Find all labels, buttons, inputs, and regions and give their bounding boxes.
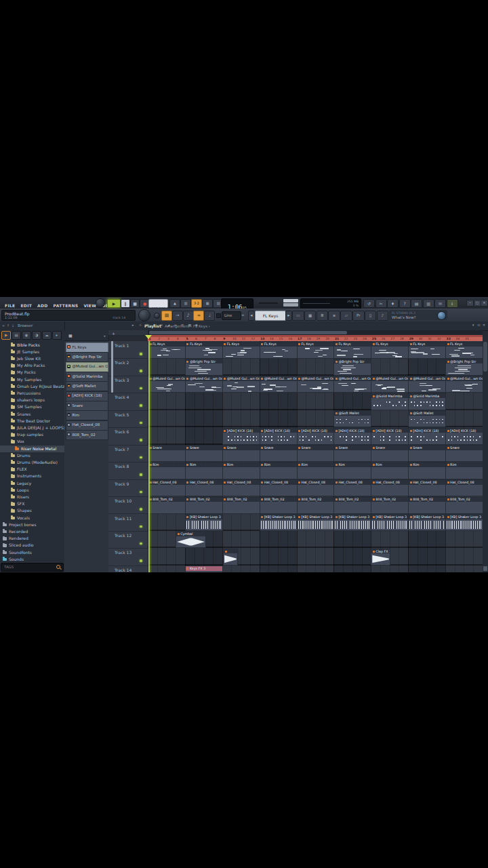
typing-to-piano-icon[interactable]: ▤ xyxy=(161,311,172,321)
clip-midi[interactable]: Snare xyxy=(445,445,483,462)
minimize-button[interactable]: ─ xyxy=(466,300,474,307)
track-lane[interactable]: [KB] Shaker Loop 3[KB] Shaker Loop 3[KB]… xyxy=(148,514,483,531)
clip-midi[interactable]: @Solid Marimba xyxy=(408,393,446,410)
track-mute-led[interactable] xyxy=(140,353,142,355)
clip-midi[interactable]: Snare xyxy=(260,445,298,462)
clip-midi[interactable]: [ADH] KICK (18) xyxy=(445,428,483,445)
track-mute-led[interactable] xyxy=(140,473,142,476)
clip-audio[interactable]: [KB] Shaker Loop 3 xyxy=(260,514,298,531)
clip-midi[interactable]: @Muted Gui...wn Oct G7 xyxy=(297,376,335,393)
browser-item[interactable]: trap samples xyxy=(0,432,64,439)
scroll-down-icon[interactable]: ↓ xyxy=(12,323,14,328)
track-lane[interactable]: Hat_Closed_08Hat_Closed_08Hat_Closed_08H… xyxy=(148,479,483,496)
browser-item[interactable]: My Afro Packs xyxy=(0,363,64,370)
browser-item[interactable]: The Beat Doctor xyxy=(0,418,64,425)
close-button[interactable]: ✕ xyxy=(481,300,488,307)
track-mute-led[interactable] xyxy=(140,542,142,545)
clip-midi[interactable]: @Solid Marimba xyxy=(371,393,409,410)
browser-item[interactable]: Shapes xyxy=(0,508,64,515)
track-lane[interactable]: FL KeysFL KeysFL KeysFL KeysFL KeysFL Ke… xyxy=(148,341,483,358)
clip-midi[interactable]: FL Keys xyxy=(148,342,186,359)
add-track-button[interactable]: + xyxy=(112,331,115,336)
clip-midi[interactable]: Rim xyxy=(222,462,260,479)
metronome-icon[interactable]: ♩ xyxy=(204,311,215,321)
browser-item[interactable]: Loops xyxy=(0,487,64,494)
track-header[interactable]: Track 4 xyxy=(108,393,148,410)
clip-midi[interactable]: FL Keys xyxy=(260,342,298,359)
browser-item[interactable]: JE Samples xyxy=(0,349,64,355)
nudge-slider[interactable] xyxy=(259,302,278,304)
track-header[interactable]: Track 2 xyxy=(108,358,148,376)
pause-button[interactable]: ‖ xyxy=(121,299,130,308)
browser-item[interactable]: Rendered xyxy=(0,536,64,542)
time-display[interactable]: 1:0605 xyxy=(221,298,253,309)
clip-midi[interactable]: [ADH] KICK (18) xyxy=(333,428,371,445)
browser-item[interactable]: Sliced audio xyxy=(0,542,64,549)
pattern-item[interactable]: FL Keys xyxy=(66,342,108,353)
mic-icon[interactable]: ♦ xyxy=(387,299,399,308)
clip-midi[interactable]: Rim xyxy=(408,462,446,479)
clip-midi[interactable]: Hat_Closed_08 xyxy=(445,479,483,496)
pattern-item[interactable]: 808_Tom_02 xyxy=(66,430,108,440)
track-mute-led[interactable] xyxy=(140,422,142,425)
clip-midi[interactable]: @Muted Gui...wn Oct G7 xyxy=(408,376,446,393)
browser-item[interactable]: FLEX xyxy=(0,467,64,473)
clip-midi[interactable]: FL Keys xyxy=(408,342,446,359)
project-info-icon[interactable]: ▯ xyxy=(365,311,377,321)
channel-rack-icon[interactable]: ≣ xyxy=(317,311,329,321)
track-header[interactable]: Track 9 xyxy=(108,479,148,497)
track-lane[interactable]: Cymbal xyxy=(148,531,483,548)
clip-audio[interactable]: [KB] Shaker Loop 3 xyxy=(408,514,446,531)
clip-midi[interactable]: FL Keys xyxy=(185,342,223,359)
download-icon[interactable]: ⇓ xyxy=(447,299,458,308)
clip-midi[interactable]: @Muted Gui...wn Oct G7 xyxy=(333,376,371,393)
typing-keyboard-icon[interactable]: ▥ xyxy=(423,299,434,308)
chat-icon[interactable]: ✉ xyxy=(434,299,446,308)
clip-midi[interactable]: @Muted Gui...wn Oct G7 xyxy=(445,376,483,393)
picker-collapse-icon[interactable]: ▸ xyxy=(104,334,106,338)
horizontal-scroll-thumb[interactable] xyxy=(149,331,347,334)
clip-midi[interactable]: Hat_Closed_08 xyxy=(333,479,371,496)
track-header[interactable]: Track 8 xyxy=(108,462,148,479)
track-mute-led[interactable] xyxy=(140,456,142,459)
multilink-icon[interactable]: ♪ xyxy=(183,311,194,321)
clip-midi[interactable]: Snare xyxy=(333,445,371,462)
maximize-button[interactable]: □ xyxy=(474,300,481,307)
browser-item[interactable]: Soundfonts xyxy=(0,549,64,556)
clip-audio[interactable]: [KB] Shaker Loop 3 xyxy=(185,514,223,531)
playlist-maximize-icon[interactable]: ⊡ xyxy=(478,323,481,327)
countdown-icon[interactable]: 3·2 xyxy=(191,299,202,308)
channel-prev-icon[interactable]: ◂ xyxy=(248,311,255,321)
clip-midi[interactable]: [ADH] KICK (18) xyxy=(371,428,409,445)
pattern-picker-header[interactable]: ▦ ▸ xyxy=(64,330,108,341)
playhead-marker[interactable] xyxy=(145,335,152,339)
pattern-item[interactable]: Hat_Closed_08 xyxy=(66,420,108,431)
track-mute-led[interactable] xyxy=(140,404,142,407)
undo-icon[interactable]: ↺ xyxy=(363,299,375,308)
clip-midi[interactable]: Snare xyxy=(148,445,186,462)
clip-audio[interactable]: [KB] Shaker Loop 3 xyxy=(297,514,335,531)
clip-midi[interactable]: 808_Tom_02 xyxy=(297,497,335,514)
channel-selector[interactable]: FL Keys xyxy=(255,311,286,321)
clip-midi[interactable]: Rim xyxy=(333,462,371,479)
pattern-item[interactable]: @Bright Pop Str xyxy=(66,352,108,362)
collapse-all-icon[interactable]: + xyxy=(2,323,5,328)
magnet-icon[interactable]: ∩ xyxy=(139,323,142,327)
track-mute-led[interactable] xyxy=(140,370,142,372)
browser-item[interactable]: Risers xyxy=(0,494,64,500)
clip-midi[interactable]: [ADH] KICK (18) xyxy=(297,428,335,445)
auto-scroll-icon[interactable]: → xyxy=(172,311,183,321)
track-mute-led[interactable] xyxy=(140,559,142,562)
snap-checkbox[interactable] xyxy=(216,313,221,318)
horizontal-scrollbar[interactable] xyxy=(148,330,483,335)
tab-folders[interactable]: ▤ xyxy=(12,331,21,340)
clip-midi[interactable]: @Bright Pop Str xyxy=(333,359,371,376)
pattern-selector-bottom[interactable] xyxy=(283,303,298,307)
clip-midi[interactable]: Snare xyxy=(371,445,409,462)
track-header[interactable]: Track 3 xyxy=(108,376,148,393)
pattern-item[interactable]: Snare xyxy=(66,401,108,411)
snap-selector[interactable]: Line xyxy=(222,311,241,320)
clip-midi[interactable]: 808_Tom_02 xyxy=(222,497,260,514)
browser-item[interactable]: JULA DEEJA(.J + LOOPS) xyxy=(0,425,64,431)
track-lane[interactable]: @Soft Mallet@Soft Mallet xyxy=(148,410,483,427)
